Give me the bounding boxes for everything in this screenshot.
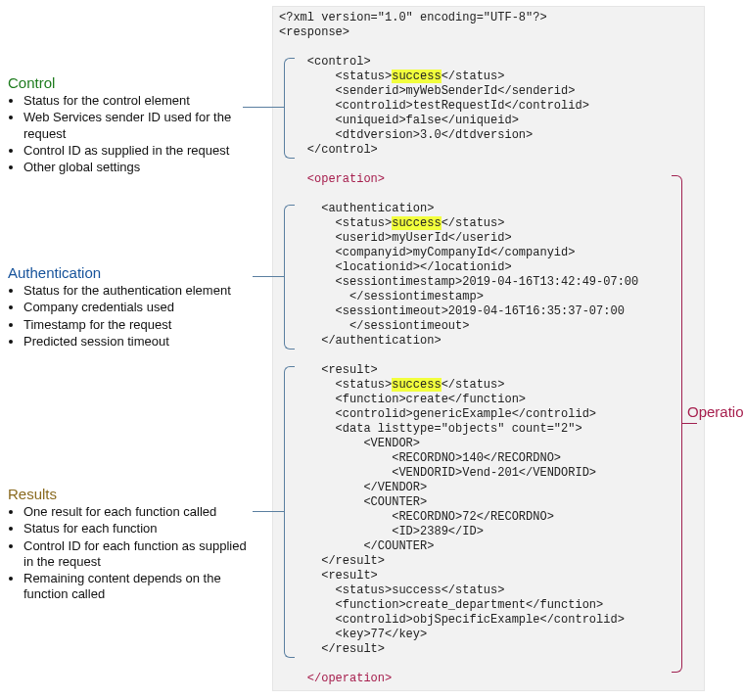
code-line: <authentication>	[279, 202, 434, 215]
code-line: </status>	[442, 216, 505, 230]
connector-operation	[681, 423, 697, 424]
code-line: <locationid></locationid>	[279, 260, 512, 274]
code-line: </VENDOR>	[279, 481, 427, 494]
code-line: <function>create</function>	[279, 393, 526, 406]
code-line: <RECORDNO>72</RECORDNO>	[279, 510, 554, 524]
bracket-control	[284, 58, 295, 159]
connector-authentication	[253, 276, 284, 277]
annotation-auth-list: Status for the authentication element Co…	[8, 283, 253, 350]
code-line: <userid>myUserId</userid>	[279, 231, 512, 245]
code-line: </sessiontimeout>	[279, 319, 469, 333]
annotation-item: Control ID for each function as supplied…	[23, 538, 253, 571]
code-line: <COUNTER>	[279, 495, 427, 509]
annotation-item: Control ID as supplied in the request	[23, 143, 253, 159]
code-line: <sessiontimeout>2019-04-16T16:35:37-07:0…	[279, 304, 625, 318]
code-line: </authentication>	[279, 334, 442, 348]
annotation-results-title: Results	[8, 486, 253, 502]
code-line: <companyid>myCompanyId</companyid>	[279, 246, 575, 259]
connector-results	[253, 511, 284, 512]
code-line: <status>	[279, 70, 392, 83]
code-line: <senderid>myWebSenderId</senderid>	[279, 84, 575, 98]
code-line: <VENDOR>	[279, 437, 420, 450]
code-line: <sessiontimestamp>2019-04-16T13:42:49-07…	[279, 275, 638, 289]
code-line: </status>	[442, 70, 505, 83]
annotation-control-list: Status for the control element Web Servi…	[8, 93, 253, 175]
code-line: <RECORDNO>140</RECORDNO>	[279, 451, 561, 465]
annotation-auth-title: Authentication	[8, 264, 253, 281]
annotation-item: Timestamp for the request	[23, 317, 253, 333]
code-line: <VENDORID>Vend-201</VENDORID>	[279, 466, 596, 480]
annotation-item: Other global settings	[23, 160, 253, 175]
highlight-success: success	[392, 216, 441, 230]
code-line: <controlid>testRequestId</controlid>	[279, 99, 589, 113]
diagram-stage: Control Status for the control element W…	[0, 0, 744, 700]
bracket-authentication	[284, 205, 295, 350]
annotation-control-title: Control	[8, 74, 253, 91]
annotation-item: Status for each function	[23, 521, 253, 537]
code-line: <controlid>genericExample</controlid>	[279, 407, 596, 421]
annotation-item: Predicted session timeout	[23, 334, 253, 350]
bracket-operation	[672, 175, 682, 673]
code-line: </status>	[442, 378, 505, 392]
code-line: <function>create_department</function>	[279, 598, 603, 612]
code-operation-close: </operation>	[279, 672, 392, 685]
xml-code-block: <?xml version="1.0" encoding="UTF-8"?> <…	[272, 6, 705, 691]
code-line: </result>	[279, 642, 385, 656]
annotation-item: One result for each function called	[23, 504, 253, 520]
code-line: <response>	[279, 25, 349, 39]
code-line: <key>77</key>	[279, 628, 427, 641]
connector-control	[243, 107, 284, 108]
code-line: <dtdversion>3.0</dtdversion>	[279, 128, 533, 142]
code-line: <status>success</status>	[279, 583, 504, 597]
code-line: <?xml version="1.0" encoding="UTF-8"?>	[279, 11, 547, 24]
code-line: <uniqueid>false</uniqueid>	[279, 114, 519, 127]
code-line: <data listtype="objects" count="2">	[279, 422, 582, 436]
annotation-item: Status for the control element	[23, 93, 253, 109]
operation-label: Operation	[687, 403, 744, 420]
code-line: <controlid>objSpecificExample</controlid…	[279, 613, 625, 627]
highlight-success: success	[392, 70, 441, 83]
annotation-control: Control Status for the control element W…	[8, 74, 253, 176]
code-line: <status>	[279, 378, 392, 392]
annotation-results-list: One result for each function called Stat…	[8, 504, 253, 603]
highlight-success: success	[392, 378, 441, 392]
annotation-item: Status for the authentication element	[23, 283, 253, 299]
bracket-results	[284, 366, 295, 658]
code-line: </sessiontimestamp>	[279, 290, 484, 303]
annotation-results: Results One result for each function cal…	[8, 486, 253, 604]
annotation-item: Web Services sender ID used for the requ…	[23, 110, 253, 142]
code-operation-open: <operation>	[279, 172, 385, 186]
code-line: <status>	[279, 216, 392, 230]
code-line: </COUNTER>	[279, 539, 434, 553]
code-line: <ID>2389</ID>	[279, 525, 484, 538]
annotation-authentication: Authentication Status for the authentica…	[8, 264, 253, 350]
annotation-item: Remaining content depends on the functio…	[23, 571, 253, 603]
code-line: </result>	[279, 554, 385, 568]
annotation-item: Company credentials used	[23, 300, 253, 315]
